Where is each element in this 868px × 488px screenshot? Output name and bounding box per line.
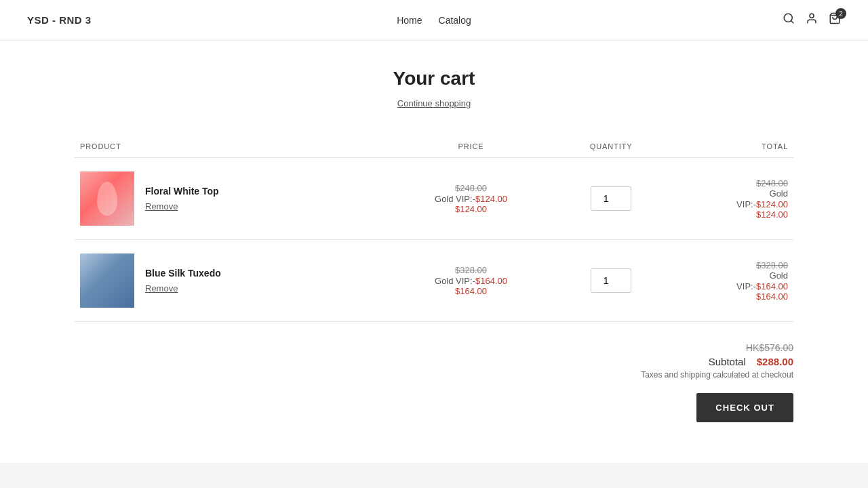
price-gold-vip-2: Gold VIP:-$164.00	[391, 275, 551, 286]
header: YSD - RND 3 Home Catalog 2	[0, 0, 868, 41]
tax-note: Taxes and shipping calculated at checkou…	[75, 370, 793, 380]
price-gold-vip-1: Gold VIP:-$124.00	[391, 193, 551, 204]
price-cell-2: $328.00 Gold VIP:-$164.00 $164.00	[386, 240, 557, 322]
product-cell-1: Floral White Top Remove	[75, 158, 386, 240]
subtotal-original: HK$576.00	[746, 342, 793, 353]
search-icon[interactable]	[783, 12, 795, 28]
checkout-button[interactable]: CHECK OUT	[696, 393, 793, 422]
product-cell-2: Blue Silk Tuxedo Remove	[75, 240, 386, 322]
gold-vip-label-2: Gold VIP:-	[435, 276, 475, 286]
svg-line-1	[791, 20, 793, 22]
total-header: TOTAL	[666, 136, 793, 158]
product-image-floral	[80, 171, 134, 226]
subtotal-label: Subtotal	[709, 356, 746, 367]
main-content: Your cart Continue shopping PRODUCT PRIC…	[61, 41, 807, 463]
qty-cell-2	[556, 240, 665, 322]
subtotal-section: HK$576.00 Subtotal $288.00 Taxes and shi…	[75, 342, 793, 422]
main-nav: Home Catalog	[397, 15, 471, 26]
gold-vip-price-1: $124.00	[475, 194, 507, 204]
price-final-1: $124.00	[391, 204, 551, 214]
logo: YSD - RND 3	[27, 14, 92, 26]
quantity-input-2[interactable]	[591, 268, 631, 293]
table-row: Floral White Top Remove $248.00 Gold VIP…	[75, 158, 793, 240]
continue-shopping-link[interactable]: Continue shopping	[397, 98, 471, 108]
total-vip-label-1: VIP:-	[736, 199, 756, 209]
svg-point-2	[810, 14, 814, 18]
total-final-1: $124.00	[671, 209, 788, 220]
total-vip-label-2: VIP:-	[736, 281, 756, 291]
remove-item-1[interactable]: Remove	[145, 201, 178, 211]
subtotal-row: HK$576.00	[75, 342, 793, 353]
remove-item-2[interactable]: Remove	[145, 283, 178, 293]
price-original-2: $328.00	[391, 265, 551, 275]
gold-vip-price-2: $164.00	[475, 276, 507, 286]
total-gold-label-1: Gold	[671, 188, 788, 199]
price-final-2: $164.00	[391, 286, 551, 296]
price-original-1: $248.00	[391, 183, 551, 193]
account-icon[interactable]	[806, 12, 818, 28]
total-final-2: $164.00	[671, 291, 788, 302]
qty-cell-1	[556, 158, 665, 240]
footer: Newsletter SUBSCRIBE	[0, 463, 868, 488]
cart-items: Floral White Top Remove $248.00 Gold VIP…	[75, 158, 793, 322]
product-name-2: Blue Silk Tuxedo	[145, 268, 221, 279]
total-original-2: $328.00	[671, 260, 788, 270]
gold-vip-label-1: Gold VIP:-	[435, 194, 475, 204]
page-title: Your cart	[75, 68, 793, 89]
product-image-tuxedo	[80, 253, 134, 308]
cart-table: PRODUCT PRICE QUANTITY TOTAL Floral Whit…	[75, 136, 793, 322]
price-header: PRICE	[386, 136, 557, 158]
table-row: Blue Silk Tuxedo Remove $328.00 Gold VIP…	[75, 240, 793, 322]
cart-count: 2	[835, 8, 846, 19]
nav-catalog[interactable]: Catalog	[439, 15, 471, 26]
total-cell-2: $328.00 Gold VIP:-$164.00 $164.00	[666, 240, 793, 322]
subtotal-amount-row: Subtotal $288.00	[75, 356, 793, 367]
product-name-1: Floral White Top	[145, 186, 219, 197]
quantity-header: QUANTITY	[556, 136, 665, 158]
total-gold-label-2: Gold	[671, 270, 788, 281]
price-cell-1: $248.00 Gold VIP:-$124.00 $124.00	[386, 158, 557, 240]
total-vip-row-1: VIP:-$124.00	[671, 199, 788, 209]
cart-icon[interactable]: 2	[829, 12, 841, 28]
total-original-1: $248.00	[671, 178, 788, 188]
total-vip-row-2: VIP:-$164.00	[671, 281, 788, 291]
total-vip-price-2: $164.00	[756, 281, 788, 291]
nav-home[interactable]: Home	[397, 15, 422, 26]
product-header: PRODUCT	[75, 136, 386, 158]
header-icons: 2	[783, 12, 841, 28]
total-cell-1: $248.00 Gold VIP:-$124.00 $124.00	[666, 158, 793, 240]
continue-shopping-container: Continue shopping	[75, 98, 793, 108]
subtotal-price: $288.00	[757, 356, 793, 367]
quantity-input-1[interactable]	[591, 186, 631, 211]
total-vip-price-1: $124.00	[756, 199, 788, 209]
cart-table-header: PRODUCT PRICE QUANTITY TOTAL	[75, 136, 793, 158]
